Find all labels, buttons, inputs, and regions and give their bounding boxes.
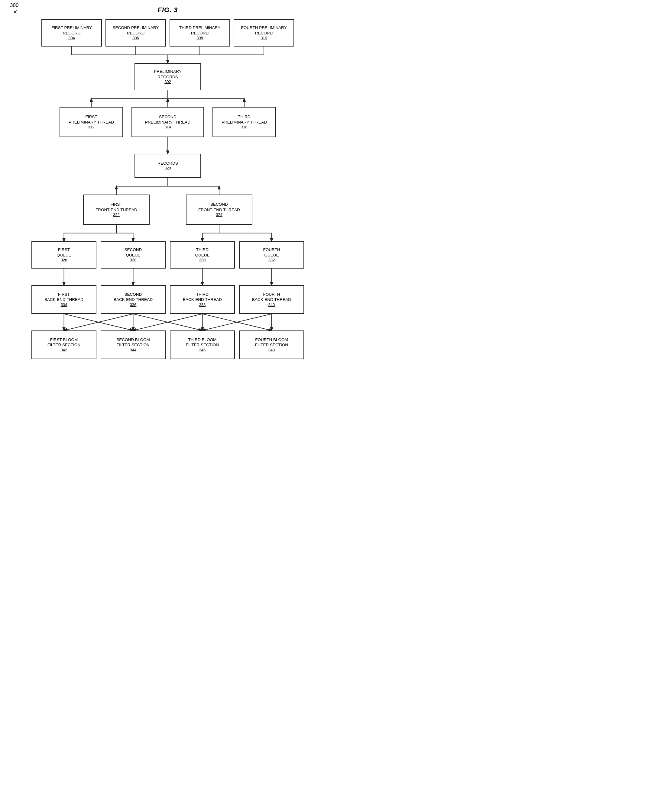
pt316-ref: 316 (241, 125, 247, 130)
rec320-box: RECORDS 320 (135, 154, 201, 178)
queues-row: FIRSTQUEUE 326 SECONDQUEUE 328 THIRDQUEU… (10, 241, 325, 268)
fe322-label: FIRSTFRONT-END THREAD (95, 202, 137, 212)
be338-label: THIRDBACK-END THREAD (183, 292, 222, 302)
figure-title: FIG. 3 (10, 6, 325, 14)
pr308-ref: 308 (196, 36, 203, 41)
q326-box: FIRSTQUEUE 326 (31, 241, 96, 268)
pt316-box: THIRDPRELIMINARY THREAD 316 (213, 107, 276, 137)
be340-box: FOURTHBACK-END THREAD 340 (239, 285, 304, 314)
bf342-label: FIRST BLOOMFILTER SECTION (48, 337, 80, 348)
pt312-ref: 312 (88, 125, 95, 130)
bf344-label: SECOND BLOOMFILTER SECTION (116, 337, 150, 348)
pr302-ref: 302 (164, 80, 171, 85)
fe324-ref: 324 (216, 212, 223, 217)
q330-label: THIRDQUEUE (195, 247, 209, 258)
spacer-2 (10, 90, 325, 107)
pt316-label: THIRDPRELIMINARY THREAD (221, 114, 267, 125)
be334-ref: 334 (61, 302, 67, 307)
bf346-ref: 346 (199, 348, 206, 353)
bloom-filters-row: FIRST BLOOMFILTER SECTION 342 SECOND BLO… (10, 331, 325, 359)
pr304-label: FIRST PRELIMINARYRECORD (51, 25, 92, 36)
records-320-row: RECORDS 320 (10, 154, 325, 178)
figure-number-label: 300 (10, 2, 19, 8)
pr304-box: FIRST PRELIMINARYRECORD 304 (41, 19, 102, 46)
pr306-label: SECOND PRELIMINARYRECORD (113, 25, 159, 36)
spacer-7 (10, 314, 325, 331)
fe322-box: FIRSTFRONT-END THREAD 322 (83, 195, 150, 225)
pr302-label: PRELIMINARYRECORDS (154, 69, 181, 80)
fe324-label: SECONDFRONT-END THREAD (198, 202, 240, 212)
pr308-box: THIRD PRELIMINARYRECORD 308 (170, 19, 230, 46)
q328-ref: 328 (130, 258, 136, 263)
pr310-box: FOURTH PRELIMINARYRECORD 310 (233, 19, 294, 46)
fe322-ref: 322 (113, 212, 120, 217)
be340-ref: 340 (268, 302, 275, 307)
prelim-records-row: FIRST PRELIMINARYRECORD 304 SECOND PRELI… (10, 19, 325, 46)
spacer-5 (10, 225, 325, 241)
bf346-label: THIRD BLOOMFILTER SECTION (186, 337, 219, 348)
spacer-6 (10, 268, 325, 285)
q330-ref: 330 (199, 258, 206, 263)
figure-arrow: ↙ (14, 8, 18, 15)
be336-ref: 336 (130, 302, 136, 307)
be340-label: FOURTHBACK-END THREAD (252, 292, 291, 302)
pr308-label: THIRD PRELIMINARYRECORD (179, 25, 220, 36)
rec320-label: RECORDS (157, 161, 178, 166)
be336-label: SECONDBACK-END THREAD (114, 292, 153, 302)
be334-label: FIRSTBACK-END THREAD (44, 292, 83, 302)
bf348-box: FOURTH BLOOMFILTER SECTION 348 (239, 331, 304, 359)
be334-box: FIRSTBACK-END THREAD 334 (31, 285, 96, 314)
bottom-spacer (10, 359, 325, 365)
spacer-1 (10, 46, 325, 63)
bf344-ref: 344 (130, 348, 136, 353)
pr304-ref: 304 (68, 36, 75, 41)
bf348-ref: 348 (268, 348, 275, 353)
fe324-box: SECONDFRONT-END THREAD 324 (186, 195, 252, 225)
spacer-3 (10, 137, 325, 154)
be336-box: SECONDBACK-END THREAD 336 (100, 285, 166, 314)
prelim-threads-row: FIRSTPRELIMINARY THREAD 312 SECONDPRELIM… (10, 107, 325, 137)
pr310-label: FOURTH PRELIMINARYRECORD (241, 25, 286, 36)
bf342-box: FIRST BLOOMFILTER SECTION 342 (31, 331, 96, 359)
pt312-label: FIRSTPRELIMINARY THREAD (69, 114, 114, 125)
spacer-4 (10, 178, 325, 195)
pr306-ref: 306 (133, 36, 139, 41)
pr310-ref: 310 (261, 36, 267, 41)
q330-box: THIRDQUEUE 330 (170, 241, 235, 268)
pt312-box: FIRSTPRELIMINARY THREAD 312 (60, 107, 123, 137)
q332-label: FOURTHQUEUE (263, 247, 280, 258)
frontend-threads-row: FIRSTFRONT-END THREAD 322 SECONDFRONT-EN… (10, 195, 325, 225)
bf346-box: THIRD BLOOMFILTER SECTION 346 (170, 331, 235, 359)
q326-label: FIRSTQUEUE (56, 247, 71, 258)
diagram-container: 300 ↙ FIG. 3 FIRST PRELIMINARYRECORD 304… (8, 0, 328, 371)
q328-box: SECONDQUEUE 328 (100, 241, 166, 268)
pr302-box: PRELIMINARYRECORDS 302 (135, 63, 201, 90)
prelim-records-302-row: PRELIMINARYRECORDS 302 (10, 63, 325, 90)
q332-box: FOURTHQUEUE 332 (239, 241, 304, 268)
be338-box: THIRDBACK-END THREAD 338 (170, 285, 235, 314)
backend-threads-row: FIRSTBACK-END THREAD 334 SECONDBACK-END … (10, 285, 325, 314)
bf344-box: SECOND BLOOMFILTER SECTION 344 (100, 331, 166, 359)
q328-label: SECONDQUEUE (124, 247, 142, 258)
pt314-box: SECONDPRELIMINARY THREAD 314 (131, 107, 204, 137)
pr306-box: SECOND PRELIMINARYRECORD 306 (106, 19, 166, 46)
bf342-ref: 342 (61, 348, 67, 353)
q326-ref: 326 (61, 258, 67, 263)
pt314-label: SECONDPRELIMINARY THREAD (145, 114, 191, 125)
be338-ref: 338 (199, 302, 206, 307)
q332-ref: 332 (268, 258, 275, 263)
bf348-label: FOURTH BLOOMFILTER SECTION (255, 337, 288, 348)
rec320-ref: 320 (164, 166, 171, 171)
pt314-ref: 314 (164, 125, 171, 130)
